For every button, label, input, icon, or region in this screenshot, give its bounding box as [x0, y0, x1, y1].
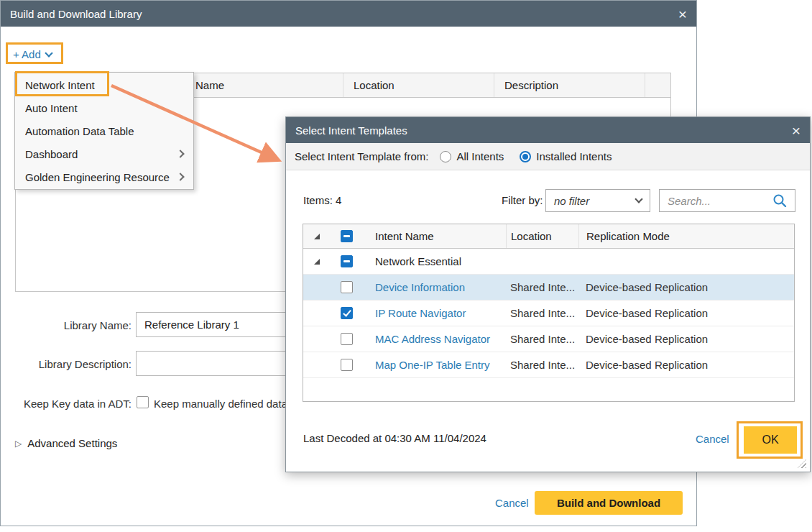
radio-group-label: Select Intent Template from:: [295, 150, 428, 162]
group-row-network-essential[interactable]: Network Essential: [303, 249, 794, 275]
column-header-replication-mode[interactable]: Replication Mode: [578, 224, 794, 248]
add-button[interactable]: + Add: [13, 48, 52, 60]
ok-button[interactable]: OK: [744, 426, 797, 454]
row-replication: Device-based Replication: [578, 359, 794, 371]
search-placeholder: Search...: [668, 195, 711, 207]
column-header-extra: [645, 73, 670, 97]
filter-by-label: Filter by:: [502, 194, 543, 206]
last-decoded-status: Last Decoded at 04:30 AM 11/04/2024: [303, 432, 486, 444]
intent-link[interactable]: IP Route Navigator: [362, 307, 506, 319]
row-checkbox[interactable]: [331, 307, 362, 319]
select-intent-title: Select Intent Templates: [295, 124, 407, 137]
chevron-down-icon: [635, 195, 642, 203]
items-count: Items: 4: [303, 194, 341, 206]
expander-triangle-icon: ▷: [15, 439, 22, 449]
close-icon[interactable]: ×: [792, 123, 801, 138]
row-replication: Device-based Replication: [578, 307, 794, 319]
collapse-all-icon[interactable]: [303, 234, 331, 239]
library-name-value: Reference Library 1: [144, 318, 239, 331]
row-location: Shared Inte...: [506, 333, 578, 345]
column-header-location[interactable]: Location: [506, 224, 578, 248]
column-header-location[interactable]: Location: [343, 73, 494, 97]
keep-key-checkbox-label: Keep manually defined data: [154, 398, 287, 410]
menu-item-automation-data-table[interactable]: Automation Data Table: [15, 119, 193, 142]
row-replication: Device-based Replication: [578, 281, 794, 293]
select-intent-templates-dialog: Select Intent Templates × Select Intent …: [285, 116, 811, 472]
table-row[interactable]: MAC Address Navigator Shared Inte... Dev…: [303, 326, 794, 352]
collapse-group-icon[interactable]: [303, 259, 331, 265]
radio-installed-intents[interactable]: [520, 151, 531, 162]
library-name-label: Library Name:: [1, 319, 132, 331]
build-and-download-button[interactable]: Build and Download: [535, 491, 683, 515]
row-checkbox[interactable]: [331, 333, 362, 345]
menu-item-label: Dashboard: [25, 148, 78, 160]
search-icon[interactable]: [772, 193, 787, 208]
row-location: Shared Inte...: [506, 307, 578, 319]
menu-item-label: Golden Engineering Resource: [25, 171, 170, 183]
dialog-title: Build and Download Library: [10, 8, 142, 20]
group-checkbox[interactable]: [331, 255, 362, 267]
menu-item-auto-intent[interactable]: Auto Intent: [15, 96, 193, 119]
keep-key-label: Keep Key data in ADT:: [1, 398, 132, 410]
row-checkbox[interactable]: [331, 281, 362, 293]
filter-select[interactable]: no filter: [545, 189, 650, 212]
row-replication: Device-based Replication: [578, 333, 794, 345]
row-checkbox[interactable]: [331, 359, 362, 371]
add-dropdown-menu: Network Intent Auto Intent Automation Da…: [14, 72, 194, 190]
search-input[interactable]: Search...: [659, 189, 795, 212]
add-button-label: + Add: [13, 48, 41, 60]
column-header-intent-name[interactable]: Intent Name: [362, 230, 506, 242]
table-row[interactable]: Device Information Shared Inte... Device…: [303, 275, 794, 301]
intent-link[interactable]: MAC Address Navigator: [362, 333, 506, 345]
table-row[interactable]: Map One-IP Table Entry Shared Inte... De…: [303, 352, 794, 378]
select-dialog-cancel-button[interactable]: Cancel: [696, 433, 729, 445]
radio-all-intents-label: All Intents: [456, 150, 504, 162]
intent-source-radio-row: Select Intent Template from: All Intents…: [286, 143, 810, 170]
column-header-name[interactable]: Name: [185, 73, 343, 97]
select-all-checkbox[interactable]: [331, 230, 362, 242]
build-download-titlebar: Build and Download Library ×: [1, 1, 696, 27]
table-row[interactable]: IP Route Navigator Shared Inte... Device…: [303, 301, 794, 326]
keep-key-checkbox[interactable]: [137, 396, 149, 408]
column-header-description[interactable]: Description: [494, 73, 645, 97]
select-intent-titlebar: Select Intent Templates ×: [286, 117, 810, 143]
submenu-chevron-icon: [176, 150, 184, 157]
intent-link[interactable]: Device Information: [362, 281, 506, 293]
radio-installed-intents-label: Installed Intents: [536, 150, 612, 162]
group-name: Network Essential: [362, 255, 506, 267]
menu-item-label: Automation Data Table: [25, 125, 134, 137]
advanced-settings-expander[interactable]: ▷ Advanced Settings: [15, 437, 117, 449]
intent-templates-table: Intent Name Location Replication Mode Ne…: [303, 224, 795, 402]
main-cancel-button[interactable]: Cancel: [495, 497, 529, 509]
advanced-settings-label: Advanced Settings: [27, 437, 117, 449]
library-description-label: Library Description:: [1, 358, 132, 370]
chevron-down-icon: [45, 49, 52, 57]
resize-handle[interactable]: [798, 459, 806, 468]
menu-item-network-intent[interactable]: Network Intent: [15, 73, 193, 96]
menu-item-dashboard[interactable]: Dashboard: [15, 142, 193, 165]
row-location: Shared Inte...: [506, 281, 578, 293]
menu-item-golden-engineering-resource[interactable]: Golden Engineering Resource: [15, 165, 193, 188]
menu-item-label: Auto Intent: [25, 102, 78, 114]
filter-select-value: no filter: [554, 195, 589, 207]
menu-item-label: Network Intent: [25, 79, 95, 91]
close-icon[interactable]: ×: [678, 6, 687, 22]
row-location: Shared Inte...: [506, 359, 578, 371]
radio-all-intents[interactable]: [440, 151, 451, 162]
intent-link[interactable]: Map One-IP Table Entry: [362, 359, 506, 371]
submenu-chevron-icon: [176, 173, 184, 180]
intent-table-header: Intent Name Location Replication Mode: [303, 224, 794, 249]
